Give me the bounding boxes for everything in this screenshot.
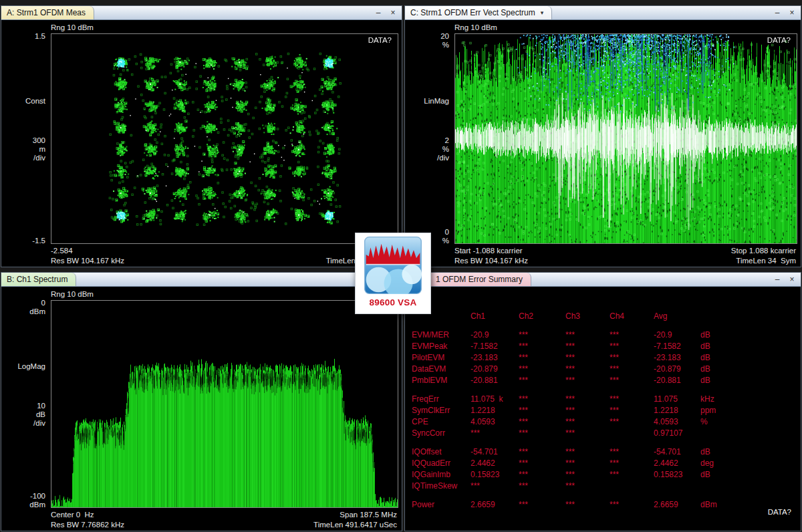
x-annotation-row: Res BW 104.167 kHz TimeLen 34 Sym (454, 255, 796, 265)
constellation-plotbox: DATA? (51, 33, 398, 244)
y-max-label: 1.5 (35, 32, 45, 41)
summary-value: -23.183 (654, 352, 700, 364)
y-max-unit: dBm (29, 307, 45, 316)
y-max-value: 20 (440, 32, 449, 41)
summary-row-label: EVM/MER (412, 329, 471, 341)
summary-value: *** (565, 352, 610, 364)
summary-row-label: CPE (412, 416, 471, 428)
x-annotation-row: -2.584 (51, 245, 397, 255)
titlebar-ofdm-meas[interactable]: A: Strm1 OFDM Meas – × (1, 6, 402, 20)
y-axis-constellation: 1.5 Const 300 m /div -1.5 (1, 33, 51, 244)
titlebar-err-vect[interactable]: C: Strm1 OFDM Err Vect Spectrum ▾ – × (405, 6, 801, 20)
trace-format-label: LinMag (424, 97, 449, 106)
summary-row-label: FreqErr (412, 394, 471, 405)
summary-row: Power2.6659*********2.6659dBm (412, 499, 801, 511)
tab-ofdm-meas[interactable]: A: Strm1 OFDM Meas (1, 6, 94, 19)
minimize-icon[interactable]: – (773, 275, 781, 283)
summary-column-header: Ch2 (519, 311, 565, 322)
close-icon[interactable]: × (788, 9, 796, 17)
summary-row-label: IQTimeSkew (412, 481, 471, 492)
constellation-trace[interactable] (51, 34, 398, 243)
plot-row: 1.5 Const 300 m /div -1.5 (1, 33, 398, 244)
summary-value: *** (610, 499, 654, 511)
y-div-suffix: /div (33, 154, 45, 162)
summary-value: 2.4462 (471, 458, 519, 469)
summary-value: 0.15823 (654, 469, 700, 481)
summary-unit: dB (700, 352, 738, 364)
tab-ch1-spectrum[interactable]: B: Ch1 Spectrum (1, 273, 76, 286)
titlebar-error-summary[interactable]: 1 OFDM Error Summary – × (405, 273, 801, 287)
summary-value: -20.881 (654, 375, 700, 386)
y-div-value: 10 (33, 402, 45, 410)
y-per-div-label: 300 m /div (33, 136, 45, 162)
summary-value: -23.183 (471, 352, 519, 364)
summary-value: -20.9 (471, 329, 519, 341)
summary-value: -54.701 (654, 446, 700, 458)
summary-group: EVM/MER-20.9*********-20.9dBEVMPeak-7.15… (412, 329, 801, 386)
x-stop-label: Stop 1.088 kcarrier (731, 247, 796, 255)
summary-row-label: EVMPeak (412, 341, 471, 352)
summary-value: -7.1582 (471, 341, 519, 352)
window-ofdm-error-summary: 1 OFDM Error Summary – × Ch1Ch2Ch3Ch4Avg… (404, 272, 801, 531)
y-div-suffix: /div (33, 419, 45, 428)
range-label: Rng 10 dBm (454, 22, 797, 32)
plot-row: 20 % LinMag 2 % /div 0 % (405, 33, 797, 244)
summary-value: 0.97107 (654, 428, 700, 439)
summary-column-header: Avg (654, 311, 700, 322)
tab-err-vect[interactable]: C: Strm1 OFDM Err Vect Spectrum ▾ (405, 6, 552, 19)
summary-unit: dB (700, 446, 738, 458)
y-div-unit: m (33, 145, 45, 154)
summary-value: *** (610, 329, 654, 341)
spectrum-trace[interactable] (51, 301, 398, 507)
summary-value: *** (610, 405, 654, 416)
vsa-application-window: A: Strm1 OFDM Meas – × Rng 10 dBm 1.5 Co… (0, 0, 802, 532)
x-annotation-row: Center 0 Hz Span 187.5 MHz (51, 509, 397, 519)
summary-value: 11.075 k (471, 394, 519, 405)
chart-area-err-vect: Rng 10 dBm 20 % LinMag 2 % /div (405, 20, 801, 267)
summary-column-header: Ch4 (610, 311, 654, 322)
vsa-shortcut[interactable]: 89600 VSA (355, 233, 431, 314)
summary-row: SymClkErr1.2218*********1.2218ppm (412, 405, 801, 416)
summary-value: -7.1582 (654, 341, 700, 352)
minimize-icon[interactable]: – (374, 9, 382, 17)
summary-value: *** (565, 446, 610, 458)
titlebar-ch1-spectrum[interactable]: B: Ch1 Spectrum (1, 273, 402, 287)
summary-row-label: IQOffset (412, 446, 471, 458)
summary-value: *** (610, 446, 654, 458)
x-annotation-row: Res BW 7.76862 kHz TimeLen 491.6417 uSec (51, 519, 397, 529)
minimize-icon[interactable]: – (773, 9, 781, 17)
summary-row-label: PilotEVM (412, 352, 471, 364)
error-summary-table: Ch1Ch2Ch3Ch4Avg EVM/MER-20.9*********-20… (405, 287, 801, 531)
summary-value: *** (519, 394, 565, 405)
summary-value: *** (519, 469, 565, 481)
summary-value: *** (565, 375, 610, 386)
summary-value: 4.0593 (654, 416, 700, 428)
y-div-unit: dB (33, 410, 45, 419)
window-title: C: Strm1 OFDM Err Vect Spectrum (410, 8, 535, 17)
summary-value: *** (471, 481, 519, 492)
close-icon[interactable]: × (389, 9, 397, 17)
summary-value: *** (519, 329, 565, 341)
summary-row: PmblEVM-20.881*********-20.881dB (412, 375, 801, 386)
data-indicator: DATA? (767, 36, 791, 44)
summary-value: *** (519, 405, 565, 416)
close-icon[interactable]: × (788, 275, 796, 283)
trace-format-label: Const (25, 97, 45, 106)
err-vect-trace[interactable] (455, 34, 797, 243)
summary-value: *** (565, 364, 610, 375)
data-indicator: DATA? (368, 36, 392, 44)
summary-row: EVMPeak-7.1582*********-7.1582dB (412, 341, 801, 352)
summary-value: *** (519, 428, 565, 439)
summary-row: DataEVM-20.879*********-20.879dB (412, 364, 801, 375)
window-err-vect-spectrum: C: Strm1 OFDM Err Vect Spectrum ▾ – × Rn… (404, 5, 801, 267)
plot-row: 0 dBm LogMag 10 dB /div -100 dBm (1, 300, 398, 508)
y-min-unit: dBm (29, 501, 45, 509)
summary-body: EVM/MER-20.9*********-20.9dBEVMPeak-7.15… (412, 329, 801, 511)
chart-area-constellation: Rng 10 dBm 1.5 Const 300 m /div (1, 20, 402, 267)
x-axis-annotations: -2.584 Res BW 104.167 kHz TimeLen (51, 244, 397, 265)
summary-row: CPE4.0593*********4.0593% (412, 416, 801, 428)
summary-value: -54.701 (471, 446, 519, 458)
summary-row-label: DataEVM (412, 364, 471, 375)
chevron-down-icon[interactable]: ▾ (539, 9, 544, 16)
x-annotation-row: Res BW 104.167 kHz TimeLen (51, 255, 397, 265)
